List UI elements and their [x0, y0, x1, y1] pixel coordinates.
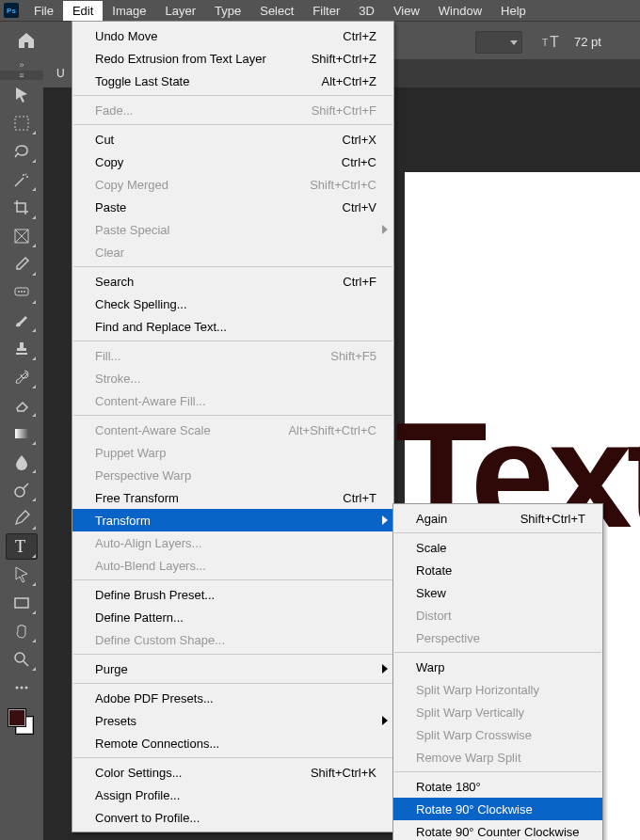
tool-marquee[interactable]: [6, 110, 38, 136]
svg-point-5: [18, 291, 20, 293]
transform-item-remove-warp-split: Remove Warp Split: [393, 746, 602, 769]
tool-pen[interactable]: [6, 505, 38, 531]
edit-item-find-and-replace-text[interactable]: Find and Replace Text...: [72, 315, 393, 338]
panel-expander[interactable]: »: [0, 59, 43, 71]
menu-item-shortcut: Ctrl+Z: [343, 29, 376, 43]
tool-brush[interactable]: [6, 308, 38, 334]
menu-file[interactable]: File: [24, 1, 63, 21]
eraser-icon: [12, 396, 31, 415]
menu-select[interactable]: Select: [250, 1, 303, 21]
transform-item-warp[interactable]: Warp: [393, 656, 602, 678]
menu-item-label: Assign Profile...: [95, 788, 376, 802]
menu-item-label: Purge: [95, 662, 376, 676]
foreground-color-swatch[interactable]: [8, 708, 26, 727]
transform-item-again[interactable]: AgainShift+Ctrl+T: [393, 507, 602, 530]
menu-item-label: Copy Merged: [95, 178, 281, 192]
edit-item-remote-connections[interactable]: Remote Connections...: [72, 732, 393, 754]
menu-item-label: Search: [95, 275, 314, 289]
menu-item-label: Stroke...: [95, 372, 376, 386]
menu-item-label: Color Settings...: [95, 766, 282, 780]
transform-item-rotate-90-counter-clockwise[interactable]: Rotate 90° Counter Clockwise: [393, 820, 602, 840]
menu-item-label: Adobe PDF Presets...: [95, 691, 376, 705]
transform-item-rotate-180[interactable]: Rotate 180°: [393, 775, 602, 798]
marquee-icon: [12, 114, 31, 133]
home-icon: [17, 32, 36, 49]
tool-stamp[interactable]: [6, 336, 38, 362]
menu-item-label: Split Warp Crosswise: [416, 728, 585, 742]
edit-item-search[interactable]: SearchCtrl+F: [72, 270, 393, 293]
transform-item-rotate[interactable]: Rotate: [393, 559, 602, 581]
panel-grip[interactable]: ≡: [0, 71, 43, 80]
tool-frame[interactable]: [6, 223, 38, 249]
submenu-arrow-icon: [382, 664, 388, 674]
tool-hand[interactable]: [6, 618, 38, 644]
menu-item-label: Free Transform: [95, 491, 314, 505]
edit-item-perspective-warp: Perspective Warp: [72, 464, 393, 486]
edit-item-define-brush-preset[interactable]: Define Brush Preset...: [72, 583, 393, 606]
menu-filter[interactable]: Filter: [303, 1, 349, 21]
edit-item-purge[interactable]: Purge: [72, 658, 393, 680]
edit-item-color-settings[interactable]: Color Settings...Shift+Ctrl+K: [72, 761, 393, 784]
edit-item-copy[interactable]: CopyCtrl+C: [72, 151, 393, 173]
tool-eyedropper[interactable]: [6, 251, 38, 277]
tool-move[interactable]: [6, 82, 38, 108]
font-size-field[interactable]: 72 pt: [574, 31, 601, 52]
tool-ellipsis[interactable]: [6, 674, 38, 701]
tool-eraser[interactable]: [6, 392, 38, 419]
menu-item-label: Check Spelling...: [95, 297, 376, 311]
type-size-icon: TT: [541, 27, 568, 54]
edit-item-redo-extrusion-from-text-layer[interactable]: Redo Extrusion from Text LayerShift+Ctrl…: [72, 47, 393, 70]
color-swatches[interactable]: [8, 708, 32, 733]
options-dropdown[interactable]: [475, 31, 522, 54]
edit-item-transform[interactable]: Transform: [72, 509, 393, 531]
menu-layer[interactable]: Layer: [156, 1, 206, 21]
menu-item-label: Paste: [95, 200, 314, 214]
edit-item-check-spelling[interactable]: Check Spelling...: [72, 293, 393, 315]
edit-item-auto-align-layers: Auto-Align Layers...: [72, 531, 393, 554]
tool-gradient[interactable]: [6, 420, 38, 447]
edit-item-convert-to-profile[interactable]: Convert to Profile...: [72, 806, 393, 829]
edit-item-fade: Fade...Shift+Ctrl+F: [72, 99, 393, 121]
edit-item-assign-profile[interactable]: Assign Profile...: [72, 784, 393, 806]
move-icon: [12, 86, 31, 104]
tool-zoom[interactable]: [6, 646, 38, 673]
edit-item-free-transform[interactable]: Free TransformCtrl+T: [72, 486, 393, 509]
tool-path-select[interactable]: [6, 562, 38, 588]
edit-item-presets[interactable]: Presets: [72, 709, 393, 732]
menu-help[interactable]: Help: [491, 1, 536, 21]
menu-item-label: Define Custom Shape...: [95, 633, 376, 647]
tool-history-brush[interactable]: [6, 364, 38, 390]
tool-type[interactable]: T: [6, 533, 38, 560]
transform-item-scale[interactable]: Scale: [393, 536, 602, 559]
edit-item-undo-move[interactable]: Undo MoveCtrl+Z: [72, 24, 393, 47]
tool-rectangle[interactable]: [6, 590, 38, 616]
tool-dodge[interactable]: [6, 477, 38, 503]
menu-type[interactable]: Type: [205, 1, 250, 21]
menu-view[interactable]: View: [384, 1, 429, 21]
menu-image[interactable]: Image: [103, 1, 155, 21]
transform-item-skew[interactable]: Skew: [393, 581, 602, 604]
edit-item-paste[interactable]: PasteCtrl+V: [72, 196, 393, 218]
home-button[interactable]: [13, 27, 40, 54]
submenu-arrow-icon: [382, 716, 388, 725]
tool-crop[interactable]: [6, 195, 38, 221]
transform-item-rotate-90-clockwise[interactable]: Rotate 90° Clockwise: [393, 798, 602, 820]
tool-magic-wand[interactable]: [6, 166, 38, 193]
tool-lasso[interactable]: [6, 138, 38, 165]
edit-item-toggle-last-state[interactable]: Toggle Last StateAlt+Ctrl+Z: [72, 70, 393, 92]
path-select-icon: [12, 565, 31, 584]
tool-healing[interactable]: [6, 279, 38, 306]
tool-blur[interactable]: [6, 449, 38, 475]
menu-edit[interactable]: Edit: [63, 1, 103, 21]
menu-item-label: Find and Replace Text...: [95, 320, 376, 334]
rectangle-icon: [12, 594, 31, 612]
menu-item-label: Distort: [416, 609, 585, 623]
edit-item-adobe-pdf-presets[interactable]: Adobe PDF Presets...: [72, 687, 393, 709]
menu-item-shortcut: Ctrl+T: [343, 491, 376, 505]
edit-item-cut[interactable]: CutCtrl+X: [72, 128, 393, 151]
menu-item-label: Skew: [416, 586, 585, 600]
menu-window[interactable]: Window: [429, 1, 491, 21]
edit-item-define-pattern[interactable]: Define Pattern...: [72, 606, 393, 628]
menu-item-label: Define Brush Preset...: [95, 588, 376, 602]
menu-3d[interactable]: 3D: [349, 1, 384, 21]
